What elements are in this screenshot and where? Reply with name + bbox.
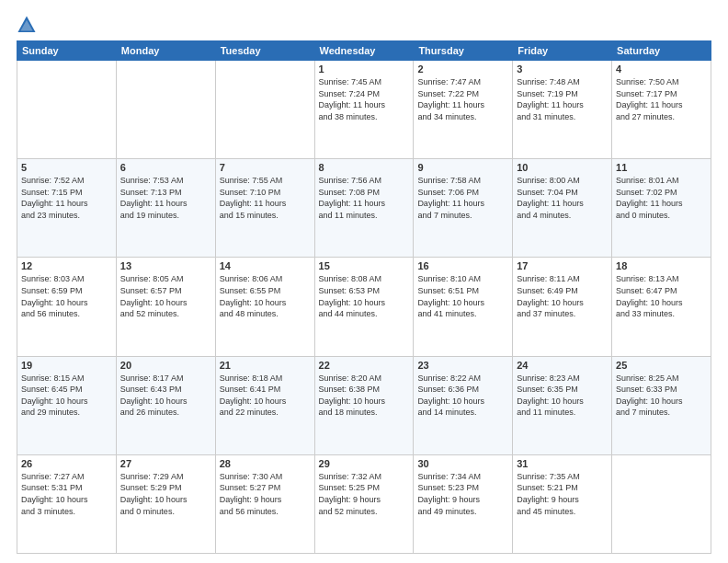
- day-info: Sunrise: 8:18 AM Sunset: 6:41 PM Dayligh…: [220, 373, 311, 419]
- day-number: 6: [120, 162, 211, 173]
- calendar-cell: [116, 61, 215, 159]
- day-number: 16: [417, 260, 508, 271]
- calendar-cell: 8Sunrise: 7:56 AM Sunset: 7:08 PM Daylig…: [314, 159, 414, 258]
- day-info: Sunrise: 8:17 AM Sunset: 6:43 PM Dayligh…: [120, 373, 211, 419]
- day-number: 9: [417, 162, 508, 173]
- day-info: Sunrise: 7:47 AM Sunset: 7:22 PM Dayligh…: [417, 76, 508, 122]
- day-number: 8: [319, 162, 410, 173]
- calendar-cell: 28Sunrise: 7:30 AM Sunset: 5:27 PM Dayli…: [215, 454, 314, 553]
- calendar-cell: 1Sunrise: 7:45 AM Sunset: 7:24 PM Daylig…: [314, 61, 414, 159]
- weekday-header: Friday: [513, 41, 612, 61]
- page: SundayMondayTuesdayWednesdayThursdayFrid…: [0, 0, 728, 563]
- calendar-cell: 3Sunrise: 7:48 AM Sunset: 7:19 PM Daylig…: [513, 61, 612, 159]
- calendar-cell: 18Sunrise: 8:13 AM Sunset: 6:47 PM Dayli…: [612, 258, 711, 356]
- day-info: Sunrise: 8:08 AM Sunset: 6:53 PM Dayligh…: [319, 273, 410, 319]
- calendar-week-row: 12Sunrise: 8:03 AM Sunset: 6:59 PM Dayli…: [17, 258, 711, 356]
- calendar-cell: 4Sunrise: 7:50 AM Sunset: 7:17 PM Daylig…: [612, 61, 711, 159]
- day-number: 22: [319, 360, 410, 371]
- day-number: 5: [21, 162, 112, 173]
- day-number: 25: [616, 360, 707, 371]
- day-info: Sunrise: 8:15 AM Sunset: 6:45 PM Dayligh…: [21, 373, 112, 419]
- calendar-cell: 19Sunrise: 8:15 AM Sunset: 6:45 PM Dayli…: [17, 356, 117, 454]
- day-number: 24: [517, 360, 608, 371]
- day-number: 14: [220, 260, 311, 271]
- weekday-header: Monday: [116, 41, 215, 61]
- calendar-week-row: 1Sunrise: 7:45 AM Sunset: 7:24 PM Daylig…: [17, 61, 711, 159]
- day-info: Sunrise: 8:23 AM Sunset: 6:35 PM Dayligh…: [517, 373, 608, 419]
- calendar-cell: 6Sunrise: 7:53 AM Sunset: 7:13 PM Daylig…: [116, 159, 215, 258]
- calendar-week-row: 26Sunrise: 7:27 AM Sunset: 5:31 PM Dayli…: [17, 454, 711, 553]
- day-info: Sunrise: 8:13 AM Sunset: 6:47 PM Dayligh…: [616, 273, 707, 319]
- day-info: Sunrise: 7:45 AM Sunset: 7:24 PM Dayligh…: [319, 76, 410, 122]
- day-number: 19: [21, 360, 112, 371]
- day-number: 7: [220, 162, 311, 173]
- day-number: 18: [616, 260, 707, 271]
- day-info: Sunrise: 7:58 AM Sunset: 7:06 PM Dayligh…: [417, 175, 508, 221]
- calendar-cell: 25Sunrise: 8:25 AM Sunset: 6:33 PM Dayli…: [612, 356, 711, 454]
- weekday-header: Saturday: [612, 41, 711, 61]
- calendar-cell: 9Sunrise: 7:58 AM Sunset: 7:06 PM Daylig…: [414, 159, 513, 258]
- day-number: 4: [616, 63, 707, 75]
- day-info: Sunrise: 7:27 AM Sunset: 5:31 PM Dayligh…: [21, 471, 112, 517]
- calendar-week-row: 19Sunrise: 8:15 AM Sunset: 6:45 PM Dayli…: [17, 356, 711, 454]
- calendar-cell: 2Sunrise: 7:47 AM Sunset: 7:22 PM Daylig…: [414, 61, 513, 159]
- day-number: 1: [319, 63, 410, 75]
- day-info: Sunrise: 8:01 AM Sunset: 7:02 PM Dayligh…: [616, 175, 707, 221]
- day-number: 2: [417, 63, 508, 75]
- day-number: 23: [417, 360, 508, 371]
- day-number: 27: [120, 458, 211, 469]
- calendar-cell: [215, 61, 314, 159]
- calendar-cell: 12Sunrise: 8:03 AM Sunset: 6:59 PM Dayli…: [17, 258, 117, 356]
- day-number: 17: [517, 260, 608, 271]
- day-info: Sunrise: 7:30 AM Sunset: 5:27 PM Dayligh…: [220, 471, 311, 517]
- day-number: 20: [120, 360, 211, 371]
- calendar-cell: 16Sunrise: 8:10 AM Sunset: 6:51 PM Dayli…: [414, 258, 513, 356]
- day-info: Sunrise: 8:00 AM Sunset: 7:04 PM Dayligh…: [517, 175, 608, 221]
- calendar-cell: 20Sunrise: 8:17 AM Sunset: 6:43 PM Dayli…: [116, 356, 215, 454]
- calendar-cell: 22Sunrise: 8:20 AM Sunset: 6:38 PM Dayli…: [314, 356, 414, 454]
- weekday-header: Thursday: [414, 41, 513, 61]
- calendar-cell: 17Sunrise: 8:11 AM Sunset: 6:49 PM Dayli…: [513, 258, 612, 356]
- day-number: 10: [517, 162, 608, 173]
- calendar-cell: [17, 61, 117, 159]
- calendar-cell: 10Sunrise: 8:00 AM Sunset: 7:04 PM Dayli…: [513, 159, 612, 258]
- calendar-cell: 5Sunrise: 7:52 AM Sunset: 7:15 PM Daylig…: [17, 159, 117, 258]
- day-number: 21: [220, 360, 311, 371]
- weekday-header: Tuesday: [215, 41, 314, 61]
- day-number: 30: [417, 458, 508, 469]
- calendar-cell: 21Sunrise: 8:18 AM Sunset: 6:41 PM Dayli…: [215, 356, 314, 454]
- day-info: Sunrise: 7:55 AM Sunset: 7:10 PM Dayligh…: [220, 175, 311, 221]
- calendar-cell: 13Sunrise: 8:05 AM Sunset: 6:57 PM Dayli…: [116, 258, 215, 356]
- day-info: Sunrise: 7:32 AM Sunset: 5:25 PM Dayligh…: [319, 471, 410, 517]
- day-info: Sunrise: 8:11 AM Sunset: 6:49 PM Dayligh…: [517, 273, 608, 319]
- day-info: Sunrise: 8:10 AM Sunset: 6:51 PM Dayligh…: [417, 273, 508, 319]
- day-number: 29: [319, 458, 410, 469]
- day-info: Sunrise: 8:25 AM Sunset: 6:33 PM Dayligh…: [616, 373, 707, 419]
- calendar-week-row: 5Sunrise: 7:52 AM Sunset: 7:15 PM Daylig…: [17, 159, 711, 258]
- calendar-cell: 26Sunrise: 7:27 AM Sunset: 5:31 PM Dayli…: [17, 454, 117, 553]
- day-info: Sunrise: 7:53 AM Sunset: 7:13 PM Dayligh…: [120, 175, 211, 221]
- calendar-cell: 27Sunrise: 7:29 AM Sunset: 5:29 PM Dayli…: [116, 454, 215, 553]
- day-info: Sunrise: 8:03 AM Sunset: 6:59 PM Dayligh…: [21, 273, 112, 319]
- calendar-table: SundayMondayTuesdayWednesdayThursdayFrid…: [17, 40, 711, 554]
- day-number: 13: [120, 260, 211, 271]
- calendar-cell: 29Sunrise: 7:32 AM Sunset: 5:25 PM Dayli…: [314, 454, 414, 553]
- day-number: 3: [517, 63, 608, 75]
- day-info: Sunrise: 8:06 AM Sunset: 6:55 PM Dayligh…: [220, 273, 311, 319]
- calendar-cell: 30Sunrise: 7:34 AM Sunset: 5:23 PM Dayli…: [414, 454, 513, 553]
- day-number: 12: [21, 260, 112, 271]
- header: [17, 15, 711, 35]
- day-info: Sunrise: 7:52 AM Sunset: 7:15 PM Dayligh…: [21, 175, 112, 221]
- day-info: Sunrise: 8:20 AM Sunset: 6:38 PM Dayligh…: [319, 373, 410, 419]
- day-info: Sunrise: 7:29 AM Sunset: 5:29 PM Dayligh…: [120, 471, 211, 517]
- day-info: Sunrise: 7:50 AM Sunset: 7:17 PM Dayligh…: [616, 76, 707, 122]
- day-info: Sunrise: 7:48 AM Sunset: 7:19 PM Dayligh…: [517, 76, 608, 122]
- day-info: Sunrise: 7:34 AM Sunset: 5:23 PM Dayligh…: [417, 471, 508, 517]
- logo-icon: [17, 15, 37, 35]
- weekday-header: Sunday: [17, 41, 117, 61]
- calendar-cell: 31Sunrise: 7:35 AM Sunset: 5:21 PM Dayli…: [513, 454, 612, 553]
- weekday-header-row: SundayMondayTuesdayWednesdayThursdayFrid…: [17, 41, 711, 61]
- calendar-cell: [612, 454, 711, 553]
- day-info: Sunrise: 8:05 AM Sunset: 6:57 PM Dayligh…: [120, 273, 211, 319]
- calendar-cell: 7Sunrise: 7:55 AM Sunset: 7:10 PM Daylig…: [215, 159, 314, 258]
